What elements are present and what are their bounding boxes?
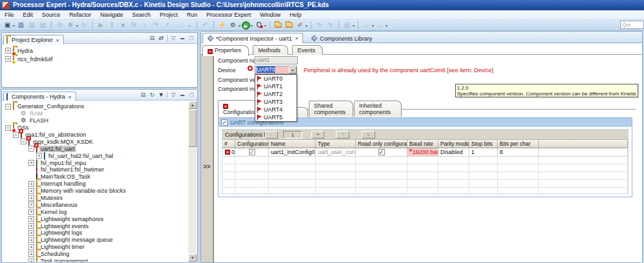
scroll-down-icon[interactable]: ▼ [188, 254, 197, 262]
empty-table-row[interactable] [222, 180, 628, 188]
combo-dropdown-icon[interactable]: ▼ [289, 66, 297, 73]
dropdown-arrow-icon[interactable]: ▾ [76, 23, 78, 28]
empty-table-row[interactable] [222, 172, 628, 180]
expand-icon[interactable]: + [5, 56, 11, 62]
device-option-uart5[interactable]: UART5 [255, 113, 297, 121]
drop-to-frame-icon[interactable]: ↶ [200, 21, 210, 30]
empty-table-row[interactable] [222, 157, 628, 164]
refresh-components-icon[interactable]: ↻ [148, 90, 157, 99]
tree-item-lightweight-message-queue[interactable]: +Lightweight message queue [3, 237, 188, 244]
expand-icon[interactable]: + [28, 216, 34, 222]
move-up-button[interactable]: ^ [336, 131, 349, 139]
step-over-icon[interactable]: ↷ [151, 21, 161, 30]
device-option-uart1[interactable]: UART1 [255, 83, 297, 90]
edit-annotations-icon[interactable]: ✎ [326, 21, 335, 30]
expand-icon[interactable]: + [5, 48, 11, 54]
menu-item-navigate[interactable]: Navigate [96, 10, 128, 19]
move-down-button[interactable]: v [362, 131, 375, 139]
configuration-checkbox-cell[interactable] [235, 148, 269, 157]
expand-icon[interactable]: + [28, 230, 34, 236]
tree-item-mqx-ksdk-mqx-ksdk[interactable]: −mqx_ksdk:MQX_KSDK [3, 138, 188, 145]
tab-inherited-components[interactable]: Inherited components [354, 101, 402, 117]
run-to-line-icon[interactable]: → [173, 21, 182, 30]
tab-project-explorer[interactable]: Project Explorer × [3, 35, 64, 45]
collapse-icon[interactable]: − [21, 139, 26, 144]
terminate-icon[interactable]: ■ [118, 21, 128, 30]
expand-icon[interactable]: + [28, 202, 34, 208]
collapse-icon[interactable]: − [5, 104, 11, 110]
menu-item-processor-expert[interactable]: Processor Expert [202, 10, 255, 19]
scrollbar-thumb[interactable] [188, 110, 197, 147]
tree-item-memory-with-variable-size-blocks[interactable]: +Memory with variable-size blocks [3, 188, 188, 195]
device-option-uart4[interactable]: UART4 [255, 106, 297, 113]
mark-occurrences-icon[interactable]: ✎ [315, 21, 324, 30]
skip-breakpoints-icon[interactable]: ⊘ [55, 21, 64, 30]
dropdown-arrow-icon[interactable]: ▾ [372, 23, 374, 28]
config-count-field[interactable]: 1 [283, 131, 302, 139]
close-icon[interactable]: × [68, 94, 72, 100]
expand-icon[interactable]: + [28, 160, 34, 166]
format-brush-icon[interactable]: ✐ [295, 21, 305, 30]
menu-item-refactor[interactable]: Refactor [65, 10, 96, 19]
tree-item-hydra[interactable]: +Hydra [3, 46, 197, 55]
profile-icon[interactable]: Q [254, 21, 264, 30]
component-name-field[interactable]: uart1 [255, 56, 298, 64]
minimize-icon[interactable]: ▬ [178, 34, 187, 43]
suspend-icon[interactable]: ‖ [107, 21, 117, 30]
tree-item-rtcs-frdmk64f[interactable]: +rtcs_frdmk64f [3, 55, 197, 63]
tree-item-fsl-uart-hal2-fsl-uart-hal[interactable]: +fsl_uart_hal2:fsl_uart_hal [3, 152, 188, 159]
collapsed-view-bar[interactable]: >> [201, 55, 213, 262]
device-option-uart2[interactable]: UART2 [255, 90, 297, 98]
tree-item-miscellaneous[interactable]: +Miscellaneous [3, 201, 188, 208]
collapse-icon[interactable]: − [28, 146, 34, 151]
tree-item-scheduling[interactable]: +Scheduling [3, 251, 188, 258]
save-all-icon[interactable]: ▥ [27, 21, 37, 30]
menu-item-project[interactable]: Project [155, 10, 182, 19]
back-icon[interactable]: ← [362, 21, 371, 30]
tree-item-fsl-mpu1-fsl-mpu[interactable]: +fsl_mpu1:fsl_mpu [3, 159, 188, 166]
step-into-icon[interactable]: ↓ [140, 21, 150, 30]
tab-components-library[interactable]: Components Library [307, 33, 376, 44]
tab-properties[interactable]: ×Properties [202, 45, 249, 56]
build-icon[interactable]: ✱ [66, 21, 75, 30]
bits-per-char-cell[interactable]: 8 [498, 148, 539, 157]
name-cell[interactable]: uart1_InitConfig0 [269, 148, 316, 157]
disconnect-icon[interactable]: N [129, 21, 139, 30]
dropdown-arrow-icon[interactable]: ▾ [353, 23, 355, 28]
expand-icon[interactable]: + [28, 209, 34, 215]
tree-item-maintask-os-task[interactable]: MainTask:OS_Task [3, 173, 188, 180]
new-wizard-icon[interactable]: ▣ [3, 21, 12, 30]
reset-icon[interactable]: ↻ [79, 21, 89, 30]
menu-item-file[interactable]: File [0, 10, 19, 19]
uart-configurations-checkbox[interactable] [221, 119, 228, 126]
debug-icon[interactable]: ⚙ [228, 21, 238, 30]
tree-item-generator-configurations[interactable]: −Generator_Configurations [3, 103, 188, 110]
view-menu-icon[interactable]: ▽ [169, 90, 178, 99]
device-option-uart3[interactable]: UART3 [255, 98, 297, 106]
components-scrollbar[interactable]: ▲ ▼ [188, 101, 197, 262]
menu-item-search[interactable]: Search [128, 10, 155, 19]
tree-item-lightweight-events[interactable]: +Lightweight events [3, 222, 188, 229]
menu-item-edit[interactable]: Edit [19, 10, 38, 19]
tab-components-hydra[interactable]: Components - Hydra × [3, 92, 76, 102]
expand-icon[interactable]: + [28, 188, 34, 194]
expand-icon[interactable]: + [28, 237, 34, 243]
tab-component-inspector-uart1[interactable]: *Component Inspector - uart1 × [202, 33, 303, 44]
tree-item-kernel-log[interactable]: +Kernel log [3, 208, 188, 215]
tree-item-task-management[interactable]: +Task management [3, 258, 188, 262]
maximize-icon[interactable]: □ [187, 34, 196, 43]
tree-item-uart1-fsl-uart[interactable]: −uart1:fsl_uart [3, 145, 188, 152]
resume-icon[interactable]: ▶ [96, 21, 106, 30]
tree-item-lightweight-logs[interactable]: +Lightweight logs [3, 229, 188, 237]
dropdown-arrow-icon[interactable]: ▾ [239, 23, 240, 28]
tree-item-ram[interactable]: ⚙RAM [3, 110, 188, 117]
tree-item-flash[interactable]: ⚙FLASH [3, 117, 188, 124]
dropdown-arrow-icon[interactable]: ▾ [306, 23, 307, 28]
configuration-checkbox[interactable] [249, 149, 255, 155]
expand-icon[interactable]: + [28, 258, 34, 262]
close-icon[interactable]: × [56, 37, 59, 43]
remove-config-button[interactable]: - [265, 131, 278, 139]
tab-methods[interactable]: Methods [253, 45, 288, 55]
expand-icon[interactable]: + [28, 251, 34, 257]
last-edit-location-icon[interactable]: ▤ [342, 21, 352, 30]
